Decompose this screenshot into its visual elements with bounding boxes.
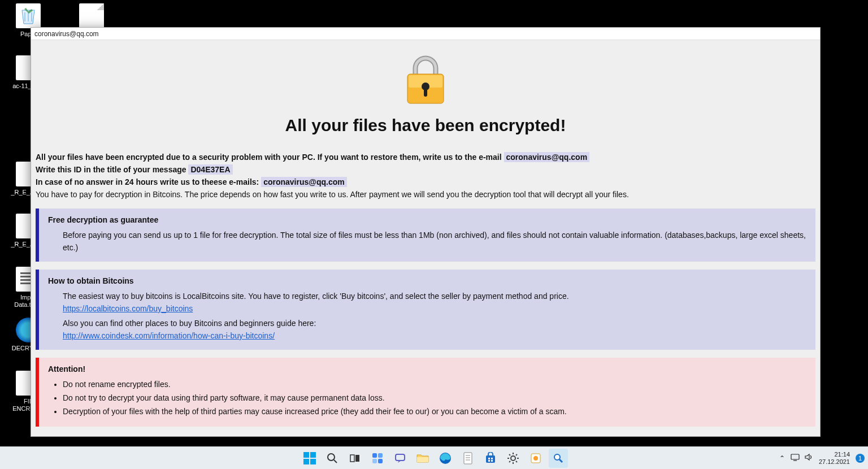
settings-button[interactable] (504, 449, 523, 468)
explorer-button[interactable] (413, 449, 432, 468)
app-button-3[interactable] (549, 449, 568, 468)
edge-icon (439, 452, 452, 464)
attention-item: Do not rename encrypted files. (63, 378, 809, 390)
widgets-button[interactable] (368, 449, 387, 468)
svg-rect-4 (424, 88, 427, 97)
bitcoin-link-2[interactable]: http://www.coindesk.com/information/how-… (63, 331, 275, 340)
start-button[interactable] (300, 449, 319, 468)
email-2: coronavirus@qq.com (261, 177, 347, 187)
gear-icon (507, 452, 519, 464)
svg-line-33 (509, 461, 510, 462)
panel-bitcoin-title: How to obtain Bitcoins (48, 276, 809, 285)
svg-line-31 (516, 461, 517, 462)
magnifier-icon (553, 453, 564, 464)
ransom-line-4: You have to pay for decryption in Bitcoi… (31, 188, 820, 201)
svg-line-37 (559, 459, 562, 462)
svg-point-5 (328, 454, 335, 461)
panel-bitcoin-body1: The easiest way to buy bitcoins is Local… (63, 290, 809, 302)
widgets-icon (371, 452, 384, 464)
document-icon (462, 452, 474, 464)
svg-rect-20 (486, 455, 495, 463)
recycle-bin-icon (20, 7, 37, 25)
svg-rect-14 (417, 457, 428, 462)
svg-line-6 (334, 460, 337, 463)
svg-point-36 (554, 454, 560, 460)
svg-rect-22 (491, 458, 493, 459)
task-view-icon (349, 453, 361, 464)
tray-clock[interactable]: 21:14 27.12.2021 (819, 451, 850, 466)
taskbar-center (300, 449, 568, 468)
folder-icon (416, 453, 429, 463)
taskbar-tray: ⌃ 21:14 27.12.2021 1 (779, 451, 865, 466)
window-content[interactable]: All your files have been encrypted! All … (31, 40, 820, 436)
svg-point-25 (511, 456, 515, 461)
app-icon (530, 453, 541, 464)
tray-date: 27.12.2021 (819, 458, 850, 466)
window-titlebar[interactable]: coronavirus@qq.com (31, 28, 820, 40)
svg-line-30 (509, 454, 510, 455)
window-title: coronavirus@qq.com (34, 30, 99, 38)
store-icon (484, 452, 497, 464)
bitcoin-link-1[interactable]: https://localbitcoins.com/buy_bitcoins (63, 304, 193, 313)
panel-guarantee-body: Before paying you can send us up to 1 fi… (48, 229, 809, 254)
file-icon (79, 3, 104, 28)
panel-bitcoin: How to obtain Bitcoins The easiest way t… (36, 270, 815, 350)
line1-text: All your files have been encrypted due t… (36, 153, 504, 162)
ransom-window: coronavirus@qq.com All your files have b… (31, 27, 821, 437)
svg-rect-9 (372, 453, 377, 458)
svg-rect-12 (378, 459, 383, 463)
svg-line-32 (516, 454, 517, 455)
task-view-button[interactable] (345, 449, 364, 468)
ransom-line-1: All your files have been encrypted due t… (31, 151, 820, 163)
email-1: coronavirus@qq.com (504, 152, 590, 162)
desktop-icon-blank-file[interactable] (71, 3, 112, 31)
lock-icon (402, 53, 449, 109)
volume-icon[interactable] (804, 453, 813, 463)
store-button[interactable] (481, 449, 500, 468)
svg-rect-7 (350, 455, 354, 462)
ransom-line-3: In case of no answer in 24 hours write u… (31, 176, 820, 188)
app-button-1[interactable] (458, 449, 478, 468)
ransom-heading: All your files have been encrypted! (31, 116, 820, 135)
panel-guarantee-title: Free decryption as guarantee (48, 215, 809, 224)
svg-rect-16 (464, 453, 472, 464)
panel-bitcoin-body2: Also you can find other places to buy Bi… (63, 317, 809, 329)
edge-button[interactable] (436, 449, 455, 468)
panel-attention-title: Attention! (48, 364, 809, 374)
ransom-line-2: Write this ID in the title of your messa… (31, 163, 820, 176)
attention-item: Do not try to decrypt your data using th… (63, 392, 809, 404)
victim-id: D04E37EA (188, 164, 232, 175)
panel-attention: Attention! Do not rename encrypted files… (36, 358, 815, 427)
search-button[interactable] (323, 449, 342, 468)
svg-rect-23 (488, 460, 490, 462)
line2-text: Write this ID in the title of your messa… (36, 165, 188, 174)
tray-time: 21:14 (819, 451, 850, 458)
tray-chevron-up-icon[interactable]: ⌃ (779, 454, 785, 462)
chat-icon (394, 453, 406, 464)
svg-rect-11 (372, 459, 377, 463)
windows-logo-icon (303, 452, 316, 464)
svg-point-35 (533, 456, 538, 461)
svg-rect-8 (355, 455, 359, 462)
line3-text: In case of no answer in 24 hours write u… (36, 177, 261, 186)
chat-button[interactable] (390, 449, 410, 468)
notifications-badge[interactable]: 1 (856, 454, 865, 463)
svg-rect-10 (378, 453, 383, 458)
panel-guarantee: Free decryption as guarantee Before payi… (36, 209, 815, 262)
network-icon[interactable] (791, 453, 800, 463)
attention-item: Decryption of your files with the help o… (63, 405, 809, 418)
svg-rect-38 (791, 454, 799, 459)
svg-rect-13 (396, 454, 405, 461)
taskbar: ⌃ 21:14 27.12.2021 1 (0, 446, 868, 469)
search-icon (327, 453, 338, 464)
svg-rect-21 (488, 458, 490, 459)
svg-rect-24 (491, 460, 493, 462)
app-button-2[interactable] (526, 449, 545, 468)
